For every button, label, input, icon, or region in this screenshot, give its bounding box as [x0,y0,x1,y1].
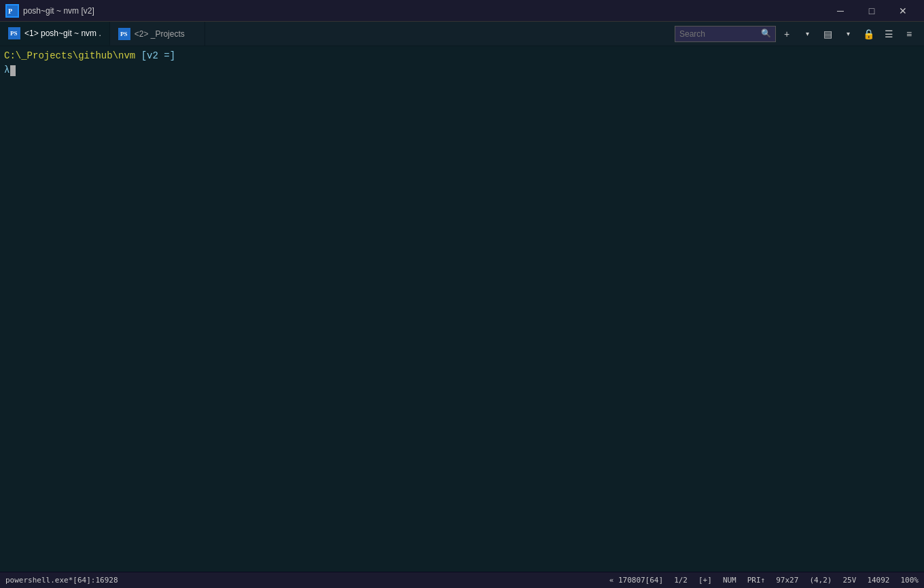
lock-button[interactable]: 🔒 [859,24,878,44]
status-voltage: 25V [843,576,857,585]
window-title: posh~git ~ nvm [v2] [23,6,825,16]
branch-text [135,49,141,63]
toolbar: 🔍 + ▾ ▤ ▾ 🔒 ☰ ≡ [669,22,924,46]
view-dropdown-button[interactable]: ▾ [838,24,857,44]
tab-2-icon: PS [118,28,130,40]
settings-button[interactable]: ☰ [879,24,898,44]
status-mode: [+] [698,576,712,585]
status-line-col: « 170807[64] [609,576,663,585]
tab-1-icon: PS [8,27,20,39]
lambda-symbol: λ [4,63,10,77]
tab-2-label: <2> _Projects [135,29,185,39]
maximize-button[interactable]: □ [856,0,887,22]
search-input[interactable] [679,29,761,39]
close-button[interactable]: ✕ [887,0,919,22]
status-right: « 170807[64] 1/2 [+] NUM PRI↑ 97x27 (4,2… [609,576,919,585]
app-icon: P [5,4,19,18]
status-text: =] [158,49,175,63]
tab-bar: PS <1> posh~git ~ nvm . PS <2> _Projects… [0,22,924,46]
add-tab-button[interactable]: + [777,24,796,44]
tab-1[interactable]: PS <1> posh~git ~ nvm . [0,22,110,46]
cursor [10,65,16,76]
svg-text:P: P [8,7,12,15]
terminal-area[interactable]: C:\_Projects\github\nvm [v2 =] λ [0,46,924,572]
title-bar: P posh~git ~ nvm [v2] ─ □ ✕ [0,0,924,22]
tab-2[interactable]: PS <2> _Projects [110,22,205,46]
path-text: C:\_Projects\github\nvm [4,49,135,63]
status-position: (4,2) [809,576,832,585]
status-size: 97x27 [776,576,798,585]
branch-open: [v2 [141,49,158,63]
status-num: NUM [723,576,736,585]
window-controls: ─ □ ✕ [825,0,919,22]
status-zoom: 100% [901,576,919,585]
more-button[interactable]: ≡ [900,24,919,44]
status-pri: PRI↑ [747,576,766,585]
tab-dropdown-button[interactable]: ▾ [798,24,817,44]
view-button[interactable]: ▤ [818,24,837,44]
minimize-button[interactable]: ─ [825,0,856,22]
search-box[interactable]: 🔍 [675,26,776,42]
tab-1-label: <1> posh~git ~ nvm . [24,29,101,38]
status-pane: 1/2 [674,576,688,585]
status-bar: powershell.exe*[64]:16928 « 170807[64] 1… [0,572,924,588]
status-linecount: 14092 [867,576,889,585]
prompt-line-1: C:\_Projects\github\nvm [v2 =] [4,49,920,63]
svg-text:PS: PS [10,30,18,37]
lambda-line: λ [4,63,920,77]
svg-text:PS: PS [120,31,128,37]
status-left: powershell.exe*[64]:16928 [5,576,609,585]
search-icon: 🔍 [761,29,771,39]
